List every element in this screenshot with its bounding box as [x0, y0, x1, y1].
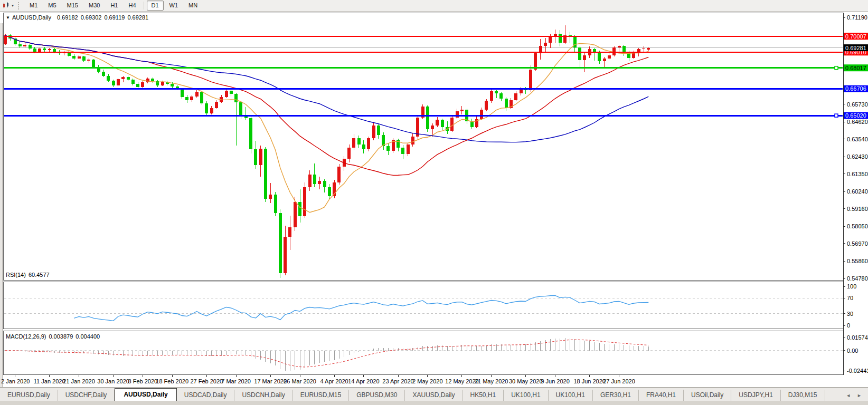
candle-bear — [441, 120, 444, 127]
rsi-tick-label: 30 — [847, 311, 853, 317]
timeframe-button-m1[interactable]: M1 — [25, 1, 42, 11]
date-tick-label: 17 Mar 2020 — [254, 378, 287, 384]
candle-bull — [436, 120, 439, 126]
date-tick-label: 26 Mar 2020 — [284, 378, 316, 384]
chart-tab-uk100-h1[interactable]: UK100,H1 — [549, 390, 593, 401]
candle-bull — [318, 181, 321, 184]
candle-bear — [200, 92, 203, 103]
svg-text:0.65020: 0.65020 — [845, 112, 866, 119]
chart-tab-eurusd-daily[interactable]: EURUSD,Daily — [0, 390, 58, 401]
candle-bear — [151, 79, 154, 81]
date-tick-label: 2 Jan 2020 — [1, 378, 30, 384]
candle-bull — [23, 45, 26, 46]
candle-bear — [323, 181, 326, 187]
chart-dropdown-icon[interactable]: ▼ — [6, 15, 10, 20]
chart-tab-usoil-daily[interactable]: USOil,Daily — [684, 390, 731, 401]
candle-bull — [544, 43, 547, 46]
candle-bull — [520, 90, 523, 94]
chart-tab-eurusd-m15[interactable]: EURUSD,M15 — [293, 390, 349, 401]
price-tick-label: 0.64620 — [847, 119, 868, 125]
candle-bear — [397, 140, 400, 148]
tab-scroll-right-button[interactable]: ► — [857, 393, 862, 398]
chart-tab-dj30-m15[interactable]: DJ30,M15 — [781, 390, 825, 401]
candle-bull — [642, 49, 645, 50]
candle-bear — [578, 47, 581, 60]
candle-bull — [121, 77, 125, 80]
price-axis[interactable]: 0.711900.657300.646200.635400.624300.613… — [843, 13, 868, 375]
candle-bear — [185, 97, 188, 101]
date-tick-label: 2 May 2020 — [412, 378, 442, 384]
timeframe-button-w1[interactable]: W1 — [165, 1, 183, 11]
timeframe-button-m5[interactable]: M5 — [43, 1, 61, 11]
timeframe-button-h4[interactable]: H4 — [124, 1, 140, 11]
chart-window[interactable]: 0.711900.657300.646200.635400.624300.613… — [0, 12, 868, 387]
chart-tab-hk50-h1[interactable]: HK50,H1 — [463, 390, 504, 401]
line-handle[interactable] — [835, 66, 838, 70]
candle-bear — [505, 99, 508, 108]
candle-bull — [603, 59, 606, 61]
chart-tab-xauusd-daily[interactable]: XAUUSD,Daily — [405, 390, 463, 401]
chart-tab-usdcnh-daily[interactable]: USDCNH,Daily — [234, 390, 293, 401]
candle-bull — [288, 227, 291, 237]
candle-bear — [377, 126, 380, 135]
candle-bear — [107, 76, 110, 81]
date-tick-label: 23 Apr 2020 — [382, 378, 413, 384]
chart-tool-button[interactable]: ▾ — [0, 2, 16, 9]
date-tick-label: 4 Apr 2020 — [320, 378, 348, 384]
chart-tab-usdcad-daily[interactable]: USDCAD,Daily — [177, 390, 235, 401]
chart-tab-ger30-h1[interactable]: GER30,H1 — [593, 390, 639, 401]
rsi-value: 60.4577 — [29, 272, 50, 278]
date-tick-label: 18 Feb 2020 — [156, 378, 188, 384]
candle-bear — [171, 84, 174, 86]
main-pane[interactable] — [4, 13, 844, 281]
chart-tab-usdchf-daily[interactable]: USDCHF,Daily — [58, 390, 115, 401]
date-axis[interactable]: 2 Jan 202011 Jan 202021 Jan 202030 Jan 2… — [1, 375, 635, 385]
rsi-tick-label: 0 — [847, 322, 850, 329]
rsi-tick-label: 70 — [847, 295, 853, 301]
timeframe-button-h1[interactable]: H1 — [106, 1, 122, 11]
candle-bull — [161, 82, 164, 85]
timeframe-button-d1[interactable]: D1 — [147, 1, 164, 11]
chart-tab-audusd-daily[interactable]: AUDUSD,Daily — [115, 388, 176, 401]
ohlc-high: 0.69302 — [81, 14, 102, 21]
ohlc-close: 0.69281 — [127, 14, 148, 21]
candle-bull — [269, 195, 272, 199]
date-tick-label: 21 May 2020 — [475, 378, 508, 384]
toolbar-grip[interactable] — [18, 2, 21, 9]
svg-text:0.66706: 0.66706 — [845, 85, 866, 92]
rsi-tick-label: 100 — [847, 283, 856, 290]
date-tick-label: 14 Apr 2020 — [348, 378, 379, 384]
line-handle[interactable] — [835, 114, 838, 117]
candle-bear — [386, 146, 390, 151]
rsi-pane[interactable] — [4, 282, 844, 329]
timeframe-button-mn[interactable]: MN — [184, 1, 202, 11]
candle-bull — [583, 55, 586, 60]
timeframe-button-m30[interactable]: M30 — [84, 1, 105, 11]
chart-title: ▼AUDUSD,Daily0.691820.693020.691190.6928… — [6, 14, 148, 21]
timeframe-button-m15[interactable]: M15 — [62, 1, 83, 11]
price-tick-label: 0.55860 — [847, 258, 868, 264]
chart-tab-uk100-h1[interactable]: UK100,H1 — [504, 390, 548, 401]
candle-bear — [401, 148, 404, 154]
chart-tab-fra40-h1[interactable]: FRA40,H1 — [639, 390, 684, 401]
price-tick-label: 0.60240 — [847, 188, 868, 195]
candle-bull — [225, 91, 228, 97]
chart-tab-gbpusd-m30[interactable]: GBPUSD,M30 — [349, 390, 405, 401]
macd-pane[interactable] — [4, 331, 844, 375]
date-tick-label: 21 Jan 2020 — [63, 378, 95, 384]
candle-bull — [407, 144, 410, 154]
candle-bear — [279, 213, 282, 274]
mt4-terminal: ▾ M1M5M15M30H1H4D1W1MN 0.711900.657300.6… — [0, 0, 868, 405]
svg-text:0.68017: 0.68017 — [845, 65, 866, 71]
candle-bull — [284, 237, 287, 273]
chart-tab-usdjpy-h1[interactable]: USDJPY,H1 — [731, 390, 780, 401]
price-tick-label: 0.58050 — [847, 223, 868, 229]
date-tick-label: 8 Feb 2020 — [128, 378, 158, 384]
candle-bull — [485, 101, 488, 110]
chart-canvas[interactable]: 0.711900.657300.646200.635400.624300.613… — [0, 12, 868, 387]
date-tick-label: 27 Feb 2020 — [190, 378, 223, 384]
date-tick-label: 30 May 2020 — [509, 378, 543, 384]
macd-tick-label: 0.015741 — [847, 334, 868, 341]
tab-scroll-left-button[interactable]: ◄ — [846, 393, 851, 398]
candle-bear — [274, 195, 277, 213]
